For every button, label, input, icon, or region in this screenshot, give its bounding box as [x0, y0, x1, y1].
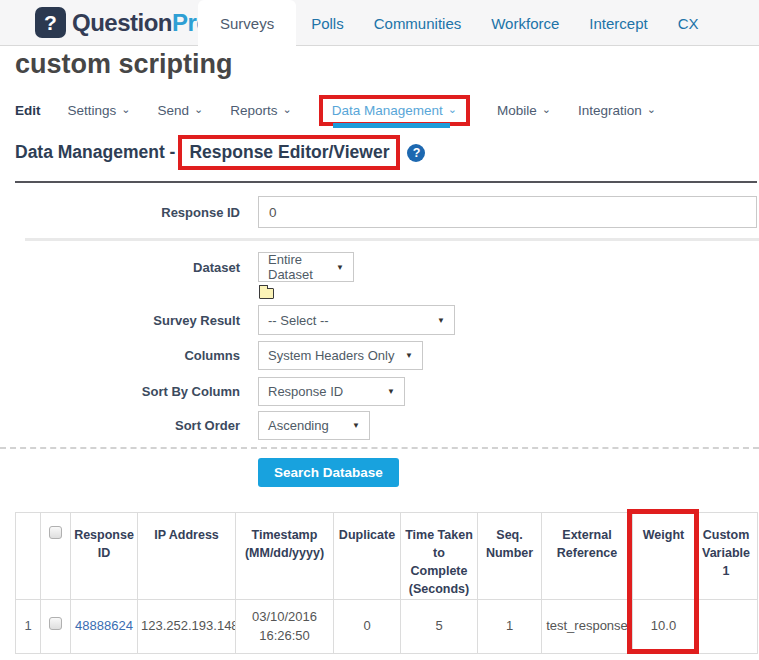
chevron-down-icon: ⌄	[647, 104, 656, 115]
select-caret-icon: ▼	[387, 387, 395, 396]
table-row: 1 48888624 123.252.193.148 03/10/2016 16…	[16, 599, 758, 653]
search-database-button[interactable]: Search Database	[258, 458, 399, 487]
timestamp-date: 03/10/2016	[252, 609, 317, 624]
table-header-row: Response ID IP Address Timestamp (MM/dd/…	[16, 513, 758, 600]
header-external-reference: External Reference	[542, 513, 633, 600]
chevron-down-icon: ⌄	[121, 104, 130, 115]
header-seq-number: Seq. Number	[478, 513, 542, 600]
header-response-id: Response ID	[71, 513, 138, 600]
survey-result-selected-value: -- Select --	[268, 313, 329, 328]
header-timestamp: Timestamp (MM/dd/yyyy)	[236, 513, 334, 600]
columns-select[interactable]: System Headers Only ▼	[258, 341, 423, 370]
top-navigation-bar: ? QuestionPro Surveys Polls Communities …	[0, 0, 759, 46]
cell-external-reference: test_response	[542, 599, 633, 653]
select-caret-icon: ▼	[352, 421, 360, 430]
dataset-label: Dataset	[0, 260, 240, 275]
cell-weight: 10.0	[633, 599, 695, 653]
section-heading-prefix: Data Management -	[15, 142, 175, 163]
cell-response-id: 48888624	[71, 599, 138, 653]
dataset-selected-value: Entire Dataset	[268, 252, 328, 282]
header-ip-address: IP Address	[138, 513, 236, 600]
brand-name: QuestionPro	[72, 9, 211, 37]
header-weight: Weight	[633, 513, 695, 600]
sort-order-selected-value: Ascending	[268, 418, 329, 433]
sort-by-column-select[interactable]: Response ID ▼	[258, 377, 405, 406]
header-row-number	[16, 513, 41, 600]
subnav-integration-label: Integration	[578, 103, 642, 118]
subnav-item-reports[interactable]: Reports ⌄	[230, 103, 292, 118]
cell-timestamp: 03/10/2016 16:26:50	[236, 599, 334, 653]
columns-row: Columns System Headers Only ▼	[0, 341, 423, 370]
section-heading-highlight: Response Editor/Viewer	[178, 135, 400, 170]
subnav-data-management-label: Data Management	[332, 103, 443, 118]
sort-by-column-row: Sort By Column Response ID ▼	[0, 377, 405, 406]
subnav-item-edit[interactable]: Edit	[15, 103, 41, 118]
cell-seq-number: 1	[478, 599, 542, 653]
subnav-item-data-management[interactable]: Data Management ⌄	[319, 95, 470, 126]
columns-label: Columns	[0, 348, 240, 363]
folder-icon[interactable]	[259, 288, 274, 299]
header-duplicate: Duplicate	[334, 513, 401, 600]
tab-cx[interactable]: CX	[663, 0, 714, 47]
tab-surveys[interactable]: Surveys	[198, 0, 296, 47]
chevron-down-icon: ⌄	[448, 104, 457, 115]
help-question-circle-icon[interactable]: ?	[407, 144, 425, 162]
sort-by-selected-value: Response ID	[268, 384, 343, 399]
row-checkbox[interactable]	[49, 617, 62, 630]
select-caret-icon: ▼	[437, 316, 445, 325]
select-caret-icon: ▼	[336, 263, 344, 272]
cell-time-taken: 5	[401, 599, 478, 653]
subnav-settings-label: Settings	[68, 103, 117, 118]
subnav-reports-label: Reports	[230, 103, 277, 118]
header-time-taken: Time Taken to Complete (Seconds)	[401, 513, 478, 600]
response-id-link[interactable]: 48888624	[75, 618, 133, 633]
chevron-down-icon: ⌄	[542, 104, 551, 115]
tab-intercept[interactable]: Intercept	[574, 0, 662, 47]
brand-question: Question	[72, 9, 172, 36]
results-table: Response ID IP Address Timestamp (MM/dd/…	[15, 512, 757, 654]
header-custom-variable-1: Custom Variable 1	[695, 513, 758, 600]
sort-order-row: Sort Order Ascending ▼	[0, 411, 370, 440]
sort-by-column-label: Sort By Column	[0, 384, 240, 399]
questionpro-logo[interactable]: ? QuestionPro	[35, 7, 211, 38]
cell-checkbox	[41, 599, 71, 653]
subnav-edit-label: Edit	[15, 103, 41, 118]
header-select-all	[41, 513, 71, 600]
dataset-select[interactable]: Entire Dataset ▼	[258, 252, 354, 282]
subnav-send-label: Send	[158, 103, 190, 118]
page-title: custom scripting	[15, 49, 233, 80]
product-tabs: Surveys Polls Communities Workforce Inte…	[198, 0, 714, 47]
cell-duplicate: 0	[334, 599, 401, 653]
survey-result-label: Survey Result	[0, 313, 240, 328]
sort-order-label: Sort Order	[0, 418, 240, 433]
sort-order-select[interactable]: Ascending ▼	[258, 411, 370, 440]
survey-result-select[interactable]: -- Select -- ▼	[258, 305, 455, 335]
page: ? QuestionPro Surveys Polls Communities …	[0, 0, 759, 660]
subnav-item-send[interactable]: Send ⌄	[158, 103, 204, 118]
subnav-mobile-label: Mobile	[497, 103, 537, 118]
tab-communities[interactable]: Communities	[359, 0, 477, 47]
questionpro-logo-icon: ?	[35, 7, 66, 38]
survey-subnav: Edit Settings ⌄ Send ⌄ Reports ⌄ Data Ma…	[15, 95, 656, 126]
heading-divider	[15, 181, 757, 183]
chevron-down-icon: ⌄	[194, 104, 203, 115]
response-id-label: Response ID	[0, 205, 240, 220]
response-id-row: Response ID	[0, 196, 757, 228]
response-id-input[interactable]	[258, 196, 757, 228]
dashed-divider	[0, 447, 759, 449]
columns-selected-value: System Headers Only	[268, 348, 394, 363]
cell-row-number: 1	[16, 599, 41, 653]
timestamp-time: 16:26:50	[259, 628, 310, 643]
section-heading: Data Management - Response Editor/Viewer…	[15, 135, 425, 170]
tab-polls[interactable]: Polls	[296, 0, 359, 47]
form-divider	[25, 238, 759, 241]
subnav-item-mobile[interactable]: Mobile ⌄	[497, 103, 551, 118]
tab-workforce[interactable]: Workforce	[476, 0, 574, 47]
cell-ip-address: 123.252.193.148	[138, 599, 236, 653]
subnav-item-integration[interactable]: Integration ⌄	[578, 103, 656, 118]
select-all-checkbox[interactable]	[49, 526, 62, 539]
dataset-row: Dataset Entire Dataset ▼	[0, 252, 354, 282]
cell-custom-variable-1	[695, 599, 758, 653]
subnav-item-settings[interactable]: Settings ⌄	[68, 103, 131, 118]
select-caret-icon: ▼	[405, 351, 413, 360]
